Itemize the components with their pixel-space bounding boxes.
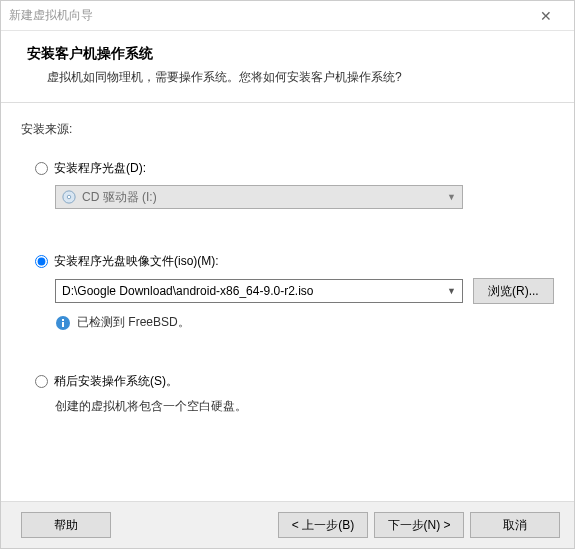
chevron-down-icon: ▼ bbox=[447, 192, 456, 202]
svg-rect-4 bbox=[62, 319, 64, 321]
radio-disc-label: 安装程序光盘(D): bbox=[54, 160, 146, 177]
radio-disc-input[interactable] bbox=[35, 162, 48, 175]
browse-button[interactable]: 浏览(R)... bbox=[473, 278, 554, 304]
disc-drive-combo[interactable]: CD 驱动器 (I:) ▼ bbox=[55, 185, 463, 209]
option-later: 稍后安装操作系统(S)。 创建的虚拟机将包含一个空白硬盘。 bbox=[35, 373, 554, 415]
radio-later-input[interactable] bbox=[35, 375, 48, 388]
next-button[interactable]: 下一步(N) > bbox=[374, 512, 464, 538]
footer: 帮助 < 上一步(B) 下一步(N) > 取消 bbox=[1, 501, 574, 548]
iso-row: D:\Google Download\android-x86_64-9.0-r2… bbox=[55, 278, 554, 304]
wizard-window: 新建虚拟机向导 ✕ 安装客户机操作系统 虚拟机如同物理机，需要操作系统。您将如何… bbox=[0, 0, 575, 549]
svg-rect-3 bbox=[62, 322, 64, 327]
radio-iso[interactable]: 安装程序光盘映像文件(iso)(M): bbox=[35, 253, 554, 270]
disc-drive-text: CD 驱动器 (I:) bbox=[82, 189, 157, 206]
close-button[interactable]: ✕ bbox=[526, 2, 566, 30]
later-description: 创建的虚拟机将包含一个空白硬盘。 bbox=[55, 398, 554, 415]
detected-row: 已检测到 FreeBSD。 bbox=[55, 314, 554, 331]
close-icon: ✕ bbox=[540, 8, 552, 24]
radio-later-label: 稍后安装操作系统(S)。 bbox=[54, 373, 178, 390]
option-disc: 安装程序光盘(D): CD 驱动器 (I:) ▼ bbox=[35, 160, 554, 209]
help-button[interactable]: 帮助 bbox=[21, 512, 111, 538]
radio-later[interactable]: 稍后安装操作系统(S)。 bbox=[35, 373, 554, 390]
back-button[interactable]: < 上一步(B) bbox=[278, 512, 368, 538]
radio-iso-input[interactable] bbox=[35, 255, 48, 268]
iso-path-combo[interactable]: D:\Google Download\android-x86_64-9.0-r2… bbox=[55, 279, 463, 303]
window-title: 新建虚拟机向导 bbox=[9, 7, 93, 24]
detected-text: 已检测到 FreeBSD。 bbox=[77, 314, 190, 331]
page-title: 安装客户机操作系统 bbox=[27, 45, 548, 63]
radio-group: 安装程序光盘(D): CD 驱动器 (I:) ▼ bbox=[35, 160, 554, 415]
cd-icon bbox=[62, 190, 76, 204]
install-source-label: 安装来源: bbox=[21, 121, 554, 138]
page-subtitle: 虚拟机如同物理机，需要操作系统。您将如何安装客户机操作系统? bbox=[47, 69, 548, 86]
option-iso: 安装程序光盘映像文件(iso)(M): D:\Google Download\a… bbox=[35, 253, 554, 331]
wizard-header: 安装客户机操作系统 虚拟机如同物理机，需要操作系统。您将如何安装客户机操作系统? bbox=[1, 31, 574, 103]
iso-path-text: D:\Google Download\android-x86_64-9.0-r2… bbox=[62, 284, 313, 298]
cancel-button[interactable]: 取消 bbox=[470, 512, 560, 538]
radio-iso-label: 安装程序光盘映像文件(iso)(M): bbox=[54, 253, 219, 270]
chevron-down-icon: ▼ bbox=[447, 286, 456, 296]
titlebar: 新建虚拟机向导 ✕ bbox=[1, 1, 574, 31]
content-area: 安装来源: 安装程序光盘(D): CD 驱动器 (I:) ▼ bbox=[1, 103, 574, 501]
info-icon bbox=[55, 315, 71, 331]
radio-disc[interactable]: 安装程序光盘(D): bbox=[35, 160, 554, 177]
svg-point-1 bbox=[67, 195, 71, 199]
